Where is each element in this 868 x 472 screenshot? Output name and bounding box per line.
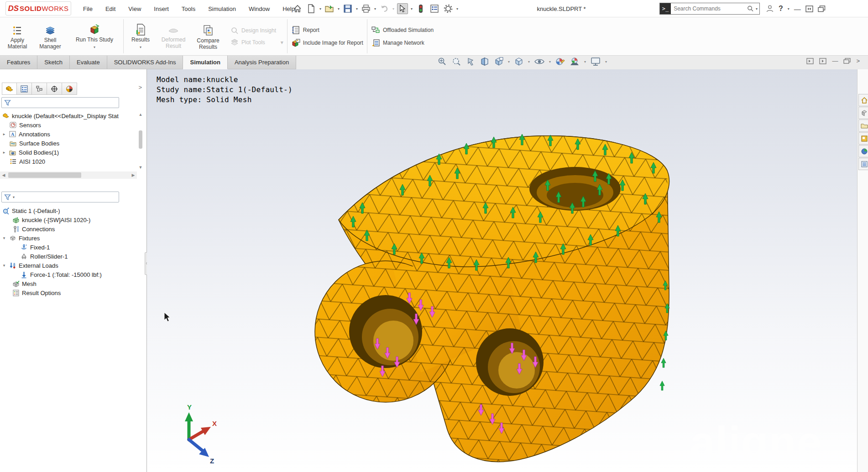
menu-tools[interactable]: Tools xyxy=(182,5,195,12)
tree-item-annotations[interactable]: ▸ A Annotations xyxy=(2,130,135,139)
compare-results-button[interactable]: Compare Results xyxy=(193,23,223,50)
expand-arrow-icon[interactable]: ▸ xyxy=(2,132,6,136)
tab-displaymanager-icon[interactable] xyxy=(62,83,77,95)
home-icon[interactable] xyxy=(292,3,303,14)
save-icon[interactable] xyxy=(342,3,353,14)
restore-window-icon[interactable] xyxy=(805,5,813,12)
rebuild-traffic-light-icon[interactable] xyxy=(415,3,426,14)
tab-sketch[interactable]: Sketch xyxy=(37,56,70,69)
previous-view-icon[interactable] xyxy=(465,57,476,67)
feature-tree-horizontal-scrollbar[interactable]: ◀ ▶ xyxy=(0,171,137,179)
menu-file[interactable]: File xyxy=(83,5,93,12)
options-caret[interactable]: ▾ xyxy=(456,7,458,11)
new-caret[interactable]: ▾ xyxy=(319,7,321,11)
task-pane-home-icon[interactable] xyxy=(858,94,868,106)
simulation-tree-filter[interactable]: ▾ xyxy=(1,192,119,202)
collapse-arrow-icon[interactable]: ▾ xyxy=(2,263,6,268)
select-cursor-icon[interactable] xyxy=(397,3,408,14)
task-pane-design-library-icon[interactable] xyxy=(858,107,868,119)
tab-evaluate[interactable]: Evaluate xyxy=(70,56,107,69)
report-button[interactable]: Report xyxy=(291,26,363,35)
task-pane-view-palette-icon[interactable] xyxy=(858,132,868,145)
minimize-doc-icon[interactable]: — xyxy=(832,57,838,64)
manage-network-button[interactable]: Manage Network xyxy=(371,38,434,47)
apply-scene-icon[interactable] xyxy=(569,57,580,67)
tab-analysis-preparation[interactable]: Analysis Preparation xyxy=(228,56,296,69)
tab-dimxpert-icon[interactable] xyxy=(47,83,62,95)
scroll-right-icon[interactable]: ▶ xyxy=(130,172,137,178)
edit-appearance-icon[interactable] xyxy=(555,57,565,67)
scroll-up-icon[interactable]: ▲ xyxy=(137,111,144,118)
filter-caret[interactable]: ▾ xyxy=(13,195,15,199)
results-button[interactable]: Results ▾ xyxy=(127,22,154,51)
tree-item-external-loads[interactable]: ▾ External Loads xyxy=(2,261,143,270)
options-gear-icon[interactable] xyxy=(443,3,454,14)
print-icon[interactable] xyxy=(361,3,371,14)
scroll-thumb[interactable] xyxy=(139,130,142,149)
tab-configurationmanager-icon[interactable] xyxy=(32,83,47,95)
collapse-pane-left-icon[interactable] xyxy=(806,58,814,64)
view-orientation-icon[interactable] xyxy=(494,57,504,67)
menu-simulation[interactable]: Simulation xyxy=(208,5,236,12)
hide-show-caret[interactable]: ▾ xyxy=(549,60,551,64)
graphics-viewport[interactable]: Model name:knuckle Study name:Static 1(-… xyxy=(147,69,857,472)
panel-flyout-arrow[interactable]: > xyxy=(138,84,142,91)
section-view-icon[interactable] xyxy=(480,57,490,67)
tree-item-mesh[interactable]: Mesh xyxy=(2,279,143,288)
run-this-study-caret[interactable]: ▾ xyxy=(94,44,95,51)
tree-item-aisi-1020[interactable]: AISI 1020 xyxy=(2,157,135,166)
tree-item-roller-slider-1[interactable]: Roller/Slider-1 xyxy=(2,252,143,261)
task-pane-file-explorer-icon[interactable] xyxy=(858,119,868,132)
properties-icon[interactable] xyxy=(429,3,440,14)
tree-item-connections[interactable]: Connections xyxy=(2,224,143,233)
minimize-window-icon[interactable]: — xyxy=(794,5,801,13)
include-image-button[interactable]: Include Image for Report xyxy=(291,38,363,47)
tab-featuremanager-part-icon[interactable] xyxy=(2,83,17,95)
knuckle-3d-model[interactable]: Y X Z xyxy=(147,69,857,472)
menu-insert[interactable]: Insert xyxy=(154,5,169,12)
task-pane-expand-icon[interactable]: > xyxy=(856,57,860,64)
view-settings-caret[interactable]: ▾ xyxy=(605,60,607,64)
tab-features[interactable]: Features xyxy=(0,56,37,69)
feature-tree-vertical-scrollbar[interactable]: ▲ ▼ xyxy=(137,111,144,171)
tree-item-knuckle-root[interactable]: knuckle (Default<<Default>_Display Stat xyxy=(2,111,135,120)
scroll-left-icon[interactable]: ◀ xyxy=(0,172,7,178)
tree-item-fixed-1[interactable]: Fixed-1 xyxy=(2,243,143,252)
search-icon[interactable] xyxy=(747,5,754,12)
save-caret[interactable]: ▾ xyxy=(356,7,358,11)
feature-tree-filter[interactable] xyxy=(1,97,119,108)
task-pane-appearances-icon[interactable] xyxy=(858,145,868,157)
search-input[interactable] xyxy=(671,5,747,12)
open-icon[interactable] xyxy=(324,3,335,14)
tree-item-solid-bodies[interactable]: ▸ Solid Bodies(1) xyxy=(2,148,135,157)
tree-item-sensors[interactable]: Sensors xyxy=(2,120,135,130)
menu-window[interactable]: Window xyxy=(249,5,270,12)
display-style-caret[interactable]: ▾ xyxy=(528,60,530,64)
task-pane-custom-properties-icon[interactable] xyxy=(858,158,868,170)
apply-material-button[interactable]: Apply Material xyxy=(4,23,31,50)
menu-view[interactable]: View xyxy=(128,5,141,12)
shell-manager-button[interactable]: Shell Manager xyxy=(36,23,65,50)
zoom-area-icon[interactable] xyxy=(451,57,461,67)
menu-edit[interactable]: Edit xyxy=(105,5,115,12)
tree-item-force-1[interactable]: Force-1 (:Total: -15000 lbf:) xyxy=(2,270,143,279)
tree-item-result-options[interactable]: Result Options xyxy=(2,288,143,297)
tree-item-sim-knuckle[interactable]: knuckle (-[SW]AISI 1020-) xyxy=(2,215,143,224)
tab-simulation[interactable]: Simulation xyxy=(183,56,227,69)
collapse-arrow-icon[interactable]: ▾ xyxy=(2,236,6,240)
restore-doc-icon[interactable] xyxy=(843,58,851,64)
offloaded-simulation-button[interactable]: Offloaded Simulation xyxy=(371,26,434,35)
run-this-study-button[interactable]: Run This Study ▾ xyxy=(69,22,120,51)
search-caret[interactable]: ▾ xyxy=(756,7,758,11)
help-caret[interactable]: ▾ xyxy=(788,7,790,11)
hide-show-items-icon[interactable] xyxy=(534,57,545,67)
view-orientation-caret[interactable]: ▾ xyxy=(508,60,510,64)
search-commands-box[interactable]: >_ ▾ xyxy=(659,3,760,15)
select-caret[interactable]: ▾ xyxy=(411,7,413,11)
new-window-icon[interactable] xyxy=(818,5,826,12)
display-style-icon[interactable] xyxy=(514,57,524,67)
expand-arrow-icon[interactable]: ▸ xyxy=(2,150,6,155)
tab-propertymanager-icon[interactable] xyxy=(17,83,32,95)
tree-item-fixtures[interactable]: ▾ Fixtures xyxy=(2,233,143,243)
new-document-icon[interactable] xyxy=(306,3,317,14)
